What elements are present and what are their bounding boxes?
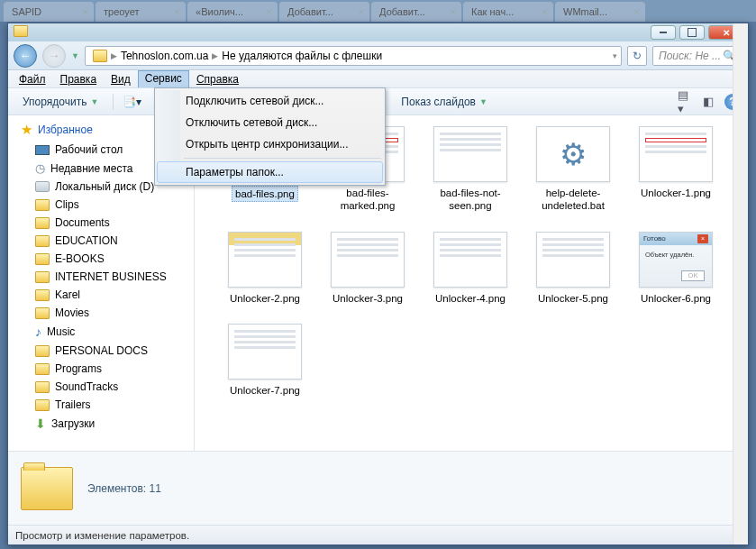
recent-icon: ◷ (35, 161, 45, 175)
organize-button[interactable]: Упорядочить▼ (15, 92, 105, 112)
file-thumbnail (536, 232, 610, 288)
sidebar-item-label: Недавние места (50, 162, 132, 175)
browser-tab: Как нач...× (463, 2, 553, 22)
file-item[interactable]: Готово×Объект удалён.OKUnlocker-6.png (631, 232, 721, 306)
file-item[interactable]: Unlocker-7.png (220, 324, 310, 398)
file-item[interactable]: ⚙help-delete-undeleted.bat (528, 126, 618, 214)
file-thumbnail (331, 232, 405, 288)
sidebar-item[interactable]: Karel (8, 286, 194, 304)
folder-icon (35, 199, 50, 211)
file-item[interactable]: Unlocker-2.png (220, 232, 310, 306)
preview-pane-icon[interactable]: ◧ (701, 95, 715, 109)
sidebar-item[interactable]: ♪Music (8, 322, 194, 342)
sidebar-item[interactable]: INTERNET BUSINESS (8, 268, 194, 286)
details-pane: Элементов: 11 (8, 451, 748, 525)
folder-icon (35, 307, 50, 319)
sidebar-item[interactable]: Trailers (8, 396, 194, 414)
folder-icon (35, 399, 50, 411)
menu-view[interactable]: Вид (104, 71, 138, 87)
maximize-button[interactable] (679, 25, 705, 40)
file-label: Unlocker-5.png (535, 291, 611, 306)
back-button[interactable]: ← (14, 44, 37, 68)
menu-bar: Файл Правка Вид Сервис Справка Подключит… (8, 70, 748, 88)
file-label: bad-files-not-seen.png (425, 186, 515, 214)
sidebar-item-label: Documents (55, 216, 110, 229)
file-item[interactable]: bad-files-not-seen.png (425, 126, 515, 214)
address-bar-row: ← → ▼ ▶ Tehnoslon.com.ua ▶ Не удаляются … (8, 41, 748, 70)
menu-map-network-drive[interactable]: Подключить сетевой диск... (157, 90, 383, 112)
file-item[interactable]: Unlocker-5.png (528, 232, 618, 306)
sidebar-item[interactable]: PERSONAL DOCS (8, 342, 194, 360)
file-label: bad-files.png (232, 186, 298, 202)
include-in-library-button[interactable]: 📑▾ (121, 92, 143, 112)
minimize-button[interactable] (651, 25, 676, 40)
file-label: Unlocker-6.png (638, 291, 714, 306)
refresh-button[interactable]: ↻ (627, 46, 647, 66)
file-item[interactable]: Unlocker-3.png (323, 232, 413, 306)
chevron-down-icon: ▼ (479, 97, 487, 106)
menu-service[interactable]: Сервис (138, 70, 189, 87)
file-item[interactable]: Unlocker-4.png (425, 232, 515, 306)
file-thumbnail (228, 232, 302, 288)
sidebar-item[interactable]: ⬇Загрузки (8, 414, 194, 434)
file-thumbnail (639, 126, 713, 182)
file-thumbnail (433, 232, 507, 288)
browser-tab: «Виолич...× (187, 2, 278, 22)
forward-button[interactable]: → (42, 44, 66, 68)
sidebar-item[interactable]: Clips (8, 196, 194, 214)
sidebar-item[interactable]: Programs (8, 360, 194, 378)
chevron-down-icon: ▼ (90, 97, 98, 106)
search-placeholder: Поиск: Не ... (659, 50, 721, 62)
file-thumbnail: ⚙ (536, 126, 610, 182)
folder-icon (35, 289, 50, 301)
sidebar-item-label: EDUCATION (55, 234, 118, 247)
menu-help[interactable]: Справка (189, 71, 246, 87)
slideshow-button[interactable]: Показ слайдов▼ (394, 92, 495, 112)
chevron-right-icon: ▶ (111, 51, 117, 60)
nav-history-dropdown-icon[interactable]: ▼ (71, 51, 79, 60)
view-options-icon[interactable]: ▤ ▾ (678, 95, 692, 109)
file-label: Unlocker-3.png (330, 291, 405, 306)
background-browser-tabs: SAPID× треоует× «Виолич...× Добавит...× … (0, 0, 756, 22)
breadcrumb-seg-0[interactable]: Tehnoslon.com.ua (117, 47, 212, 65)
file-thumbnail: Готово×Объект удалён.OK (639, 232, 713, 288)
sidebar-item[interactable]: Movies (8, 304, 194, 322)
menu-disconnect-network-drive[interactable]: Отключить сетевой диск... (157, 112, 383, 133)
sidebar-item[interactable]: Documents (8, 214, 194, 232)
menu-open-sync-center[interactable]: Открыть центр синхронизации... (157, 133, 383, 155)
folder-icon (35, 363, 50, 375)
file-label: bad-files-marked.png (323, 186, 413, 214)
menu-edit[interactable]: Правка (53, 71, 105, 87)
status-text: Просмотр и изменение параметров. (15, 530, 189, 541)
breadcrumb-bar[interactable]: ▶ Tehnoslon.com.ua ▶ Не удаляются файлы … (85, 46, 622, 66)
star-icon: ★ (21, 122, 32, 138)
folder-icon (35, 235, 50, 247)
sidebar-item-label: Programs (55, 362, 102, 375)
sidebar-item-label: Karel (55, 288, 80, 301)
sidebar-item-label: PERSONAL DOCS (55, 344, 148, 357)
download-icon: ⬇ (35, 416, 46, 431)
sidebar-item-label: Movies (55, 307, 89, 319)
desktop-icon (35, 145, 50, 155)
search-input[interactable]: Поиск: Не ... 🔍 (652, 46, 742, 66)
chevron-right-icon: ▶ (212, 51, 218, 60)
menu-folder-options[interactable]: Параметры папок... (157, 161, 383, 183)
sidebar-item-label: SoundTracks (55, 380, 118, 393)
file-label: Unlocker-7.png (227, 383, 303, 398)
folder-icon (35, 345, 50, 357)
sidebar-favorites-label: Избранное (38, 124, 93, 136)
titlebar (8, 23, 748, 41)
chevron-down-icon[interactable]: ▾ (613, 51, 617, 60)
folder-icon (93, 50, 107, 62)
sidebar-item-label: Рабочий стол (55, 143, 123, 156)
folder-icon (35, 271, 50, 283)
menu-file[interactable]: Файл (12, 71, 53, 87)
sidebar-item[interactable]: EDUCATION (8, 232, 194, 250)
sidebar-item[interactable]: E-BOOKS (8, 250, 194, 268)
file-label: Unlocker-2.png (227, 291, 303, 306)
file-label: Unlocker-1.png (638, 186, 714, 200)
sidebar-item[interactable]: SoundTracks (8, 378, 194, 396)
breadcrumb-seg-1[interactable]: Не удаляются файлы с флешки (218, 47, 386, 65)
sidebar-item-label: Локальный диск (D) (55, 180, 154, 193)
file-item[interactable]: Unlocker-1.png (631, 126, 721, 214)
